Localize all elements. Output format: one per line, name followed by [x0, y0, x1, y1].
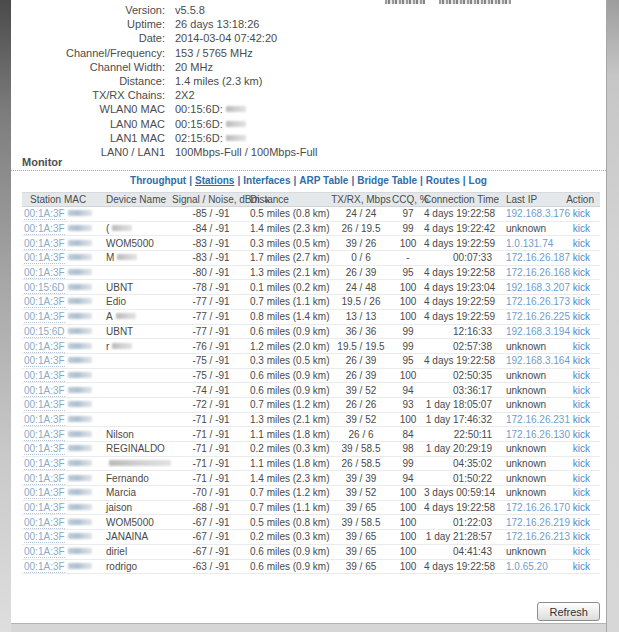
column-header-distance[interactable]: Distance [250, 193, 330, 207]
column-header-action[interactable]: Action [566, 193, 600, 207]
kick-link[interactable]: kick [573, 208, 590, 219]
last-ip-link[interactable]: 1.0.131.74 [506, 238, 553, 249]
refresh-button[interactable]: Refresh [537, 602, 600, 621]
kick-link[interactable]: kick [573, 399, 590, 410]
connection-time-cell: 1 day 18:05:07 [424, 397, 496, 412]
tab-interfaces[interactable]: Interfaces [243, 175, 290, 186]
status-value: 2X2 [175, 89, 195, 101]
last-ip-link[interactable]: 192.168.3.207 [506, 282, 570, 293]
station-mac-link[interactable]: 00:1A:3F [24, 223, 65, 235]
kick-link[interactable]: kick [573, 443, 590, 454]
kick-link[interactable]: kick [573, 487, 590, 498]
connection-time-cell: 02:57:38 [424, 339, 496, 354]
last-ip-link[interactable]: 172.16.26.231 [506, 414, 570, 425]
station-mac-link[interactable]: 00:1A:3F [24, 355, 65, 367]
tab-arp-table[interactable]: ARP Table [299, 175, 348, 186]
redaction-smudge [68, 240, 92, 246]
kick-link[interactable]: kick [573, 502, 590, 513]
kick-link[interactable]: kick [573, 267, 590, 278]
station-mac-link[interactable]: 00:1A:3F [24, 473, 65, 485]
last-ip-link[interactable]: 172.16.26.168 [506, 267, 570, 278]
tab-stations[interactable]: Stations [195, 175, 234, 186]
kick-link[interactable]: kick [573, 531, 590, 542]
last-ip-link[interactable]: 172.16.26.225 [506, 311, 570, 322]
last-ip-link[interactable]: 172.16.26.130 [506, 429, 570, 440]
kick-link[interactable]: kick [573, 458, 590, 469]
last-ip-link[interactable]: 172.16.26.219 [506, 517, 570, 528]
station-mac-link[interactable]: 00:1A:3F [24, 429, 65, 441]
column-header-station-mac[interactable]: Station MAC [22, 193, 106, 207]
station-mac-link[interactable]: 00:1A:3F [24, 252, 65, 264]
column-header-ccq[interactable]: CCQ, % [392, 193, 424, 207]
station-mac-link[interactable]: 00:1A:3F [24, 561, 65, 573]
kick-link[interactable]: kick [573, 341, 590, 352]
column-header-connection-time[interactable]: Connection Time [424, 193, 496, 207]
column-header-device-name[interactable]: Device Name [106, 193, 172, 207]
kick-link[interactable]: kick [573, 473, 590, 484]
station-mac-link[interactable]: 00:15:6D [24, 326, 65, 338]
distance-cell: 0.6 miles (0.9 km) [250, 544, 330, 559]
kick-link[interactable]: kick [573, 370, 590, 381]
kick-link[interactable]: kick [573, 414, 590, 425]
tab-log[interactable]: Log [469, 175, 487, 186]
last-ip-link[interactable]: 172.16.26.170 [506, 502, 570, 513]
last-ip-link[interactable]: 172.16.26.173 [506, 296, 570, 307]
station-mac-link[interactable]: 00:1A:3F [24, 385, 65, 397]
last-ip-link[interactable]: 192.168.3.176 [506, 208, 570, 219]
station-mac-link[interactable]: 00:1A:3F [24, 414, 65, 426]
device-name: Nilson [106, 429, 134, 440]
last-ip-link[interactable]: 172.16.26.213 [506, 531, 570, 542]
distance-cell: 0.7 miles (1.1 km) [250, 295, 330, 310]
last-ip-link[interactable]: 1.0.65.20 [506, 561, 548, 572]
station-mac-link[interactable]: 00:1A:3F [24, 502, 65, 514]
kick-link[interactable]: kick [573, 252, 590, 263]
kick-link[interactable]: kick [573, 561, 590, 572]
station-mac-link[interactable]: 00:1A:3F [24, 517, 65, 529]
station-mac-link[interactable]: 00:1A:3F [24, 238, 65, 250]
kick-link[interactable]: kick [573, 517, 590, 528]
station-mac-link[interactable]: 00:15:6D [24, 282, 65, 294]
kick-link[interactable]: kick [573, 355, 590, 366]
last-ip-link[interactable]: 172.16.26.187 [506, 252, 570, 263]
column-header-signal-noise[interactable]: Signal / Noise, dBm [172, 193, 250, 207]
tab-routes[interactable]: Routes [426, 175, 460, 186]
station-mac-link[interactable]: 00:1A:3F [24, 370, 65, 382]
device-name-cell [106, 383, 172, 398]
kick-link[interactable]: kick [573, 429, 590, 440]
station-mac-link[interactable]: 00:1A:3F [24, 487, 65, 499]
last-ip-cell: 1.0.131.74 [496, 236, 566, 251]
ccq-cell: 98 [392, 442, 424, 457]
station-mac-link[interactable]: 00:1A:3F [24, 267, 65, 279]
station-mac-link[interactable]: 00:1A:3F [24, 443, 65, 455]
station-mac-link[interactable]: 00:1A:3F [24, 546, 65, 558]
kick-link[interactable]: kick [573, 238, 590, 249]
station-mac-link[interactable]: 00:1A:3F [24, 341, 65, 353]
kick-link[interactable]: kick [573, 546, 590, 557]
signal-noise-cell: -71 / -91 [172, 412, 250, 427]
column-header-last-ip[interactable]: Last IP [496, 193, 566, 207]
distance-cell: 0.8 miles (1.4 km) [250, 309, 330, 324]
station-mac-link[interactable]: 00:1A:3F [24, 399, 65, 411]
station-mac-link[interactable]: 00:1A:3F [24, 458, 65, 470]
connection-time-cell: 03:36:17 [424, 383, 496, 398]
kick-link[interactable]: kick [573, 223, 590, 234]
last-ip-link[interactable]: 192.168.3.194 [506, 326, 570, 337]
tab-bridge-table[interactable]: Bridge Table [357, 175, 417, 186]
last-ip-link[interactable]: 192.168.3.164 [506, 355, 570, 366]
station-mac-link[interactable]: 00:1A:3F [24, 311, 65, 323]
status-row-lan1-mac: LAN1 MAC 02:15:6D: [11, 131, 606, 145]
action-cell: kick [566, 442, 600, 457]
column-header-txrx[interactable]: TX/RX, Mbps [330, 193, 392, 207]
last-ip-cell: unknown [496, 221, 566, 236]
kick-link[interactable]: kick [573, 311, 590, 322]
kick-link[interactable]: kick [573, 282, 590, 293]
signal-noise-cell: -63 / -91 [172, 559, 250, 574]
station-mac-link[interactable]: 00:1A:3F [24, 296, 65, 308]
distance-cell: 0.5 miles (0.8 km) [250, 207, 330, 222]
tab-throughput[interactable]: Throughput [130, 175, 186, 186]
kick-link[interactable]: kick [573, 296, 590, 307]
station-mac-link[interactable]: 00:1A:3F [24, 208, 65, 220]
station-mac-link[interactable]: 00:1A:3F [24, 531, 65, 543]
kick-link[interactable]: kick [573, 385, 590, 396]
kick-link[interactable]: kick [573, 326, 590, 337]
